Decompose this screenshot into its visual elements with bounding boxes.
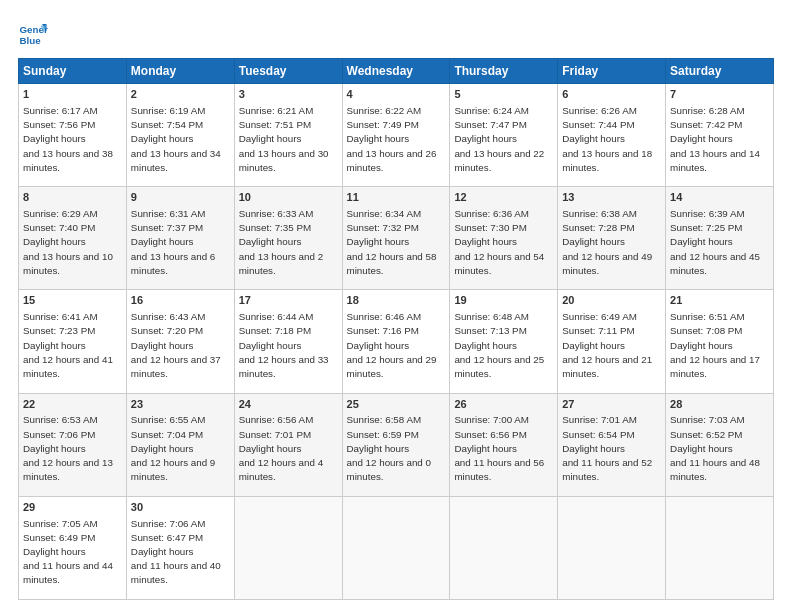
day-number: 9 — [131, 190, 230, 205]
calendar-cell — [666, 496, 774, 599]
calendar-cell: 27Sunrise: 7:01 AMSunset: 6:54 PMDayligh… — [558, 393, 666, 496]
calendar-cell: 8Sunrise: 6:29 AMSunset: 7:40 PMDaylight… — [19, 187, 127, 290]
logo: General Blue — [18, 18, 48, 48]
svg-text:Blue: Blue — [20, 35, 42, 46]
calendar-cell: 29Sunrise: 7:05 AMSunset: 6:49 PMDayligh… — [19, 496, 127, 599]
day-info: Sunrise: 7:03 AMSunset: 6:52 PMDaylight … — [670, 414, 760, 482]
day-number: 1 — [23, 87, 122, 102]
day-info: Sunrise: 6:43 AMSunset: 7:20 PMDaylight … — [131, 311, 221, 379]
day-info: Sunrise: 6:22 AMSunset: 7:49 PMDaylight … — [347, 105, 437, 173]
day-number: 27 — [562, 397, 661, 412]
day-number: 23 — [131, 397, 230, 412]
calendar-cell: 15Sunrise: 6:41 AMSunset: 7:23 PMDayligh… — [19, 290, 127, 393]
calendar-cell: 17Sunrise: 6:44 AMSunset: 7:18 PMDayligh… — [234, 290, 342, 393]
day-info: Sunrise: 6:33 AMSunset: 7:35 PMDaylight … — [239, 208, 323, 276]
calendar-week-row: 29Sunrise: 7:05 AMSunset: 6:49 PMDayligh… — [19, 496, 774, 599]
calendar-cell: 11Sunrise: 6:34 AMSunset: 7:32 PMDayligh… — [342, 187, 450, 290]
calendar-cell: 5Sunrise: 6:24 AMSunset: 7:47 PMDaylight… — [450, 84, 558, 187]
calendar-cell — [558, 496, 666, 599]
calendar-cell: 12Sunrise: 6:36 AMSunset: 7:30 PMDayligh… — [450, 187, 558, 290]
calendar-cell: 19Sunrise: 6:48 AMSunset: 7:13 PMDayligh… — [450, 290, 558, 393]
day-number: 7 — [670, 87, 769, 102]
weekday-header-wednesday: Wednesday — [342, 59, 450, 84]
calendar-cell: 21Sunrise: 6:51 AMSunset: 7:08 PMDayligh… — [666, 290, 774, 393]
header: General Blue — [18, 18, 774, 48]
day-number: 30 — [131, 500, 230, 515]
day-number: 11 — [347, 190, 446, 205]
day-number: 20 — [562, 293, 661, 308]
day-info: Sunrise: 6:49 AMSunset: 7:11 PMDaylight … — [562, 311, 652, 379]
day-info: Sunrise: 6:36 AMSunset: 7:30 PMDaylight … — [454, 208, 544, 276]
day-info: Sunrise: 6:44 AMSunset: 7:18 PMDaylight … — [239, 311, 329, 379]
day-number: 15 — [23, 293, 122, 308]
calendar-cell: 20Sunrise: 6:49 AMSunset: 7:11 PMDayligh… — [558, 290, 666, 393]
calendar-page: General Blue SundayMondayTuesdayWednesda… — [0, 0, 792, 612]
day-number: 22 — [23, 397, 122, 412]
weekday-header-tuesday: Tuesday — [234, 59, 342, 84]
day-number: 2 — [131, 87, 230, 102]
day-number: 6 — [562, 87, 661, 102]
calendar-cell: 28Sunrise: 7:03 AMSunset: 6:52 PMDayligh… — [666, 393, 774, 496]
calendar-table: SundayMondayTuesdayWednesdayThursdayFrid… — [18, 58, 774, 600]
day-info: Sunrise: 6:58 AMSunset: 6:59 PMDaylight … — [347, 414, 431, 482]
day-info: Sunrise: 6:48 AMSunset: 7:13 PMDaylight … — [454, 311, 544, 379]
calendar-cell: 13Sunrise: 6:38 AMSunset: 7:28 PMDayligh… — [558, 187, 666, 290]
day-info: Sunrise: 6:17 AMSunset: 7:56 PMDaylight … — [23, 105, 113, 173]
calendar-cell: 2Sunrise: 6:19 AMSunset: 7:54 PMDaylight… — [126, 84, 234, 187]
day-info: Sunrise: 6:51 AMSunset: 7:08 PMDaylight … — [670, 311, 760, 379]
calendar-week-row: 8Sunrise: 6:29 AMSunset: 7:40 PMDaylight… — [19, 187, 774, 290]
day-info: Sunrise: 6:46 AMSunset: 7:16 PMDaylight … — [347, 311, 437, 379]
weekday-header-friday: Friday — [558, 59, 666, 84]
day-number: 10 — [239, 190, 338, 205]
calendar-cell: 23Sunrise: 6:55 AMSunset: 7:04 PMDayligh… — [126, 393, 234, 496]
calendar-cell: 10Sunrise: 6:33 AMSunset: 7:35 PMDayligh… — [234, 187, 342, 290]
calendar-cell: 7Sunrise: 6:28 AMSunset: 7:42 PMDaylight… — [666, 84, 774, 187]
weekday-header-thursday: Thursday — [450, 59, 558, 84]
day-number: 29 — [23, 500, 122, 515]
calendar-cell: 4Sunrise: 6:22 AMSunset: 7:49 PMDaylight… — [342, 84, 450, 187]
day-number: 13 — [562, 190, 661, 205]
day-info: Sunrise: 6:26 AMSunset: 7:44 PMDaylight … — [562, 105, 652, 173]
day-info: Sunrise: 6:34 AMSunset: 7:32 PMDaylight … — [347, 208, 437, 276]
weekday-header-sunday: Sunday — [19, 59, 127, 84]
day-info: Sunrise: 6:29 AMSunset: 7:40 PMDaylight … — [23, 208, 113, 276]
weekday-header-row: SundayMondayTuesdayWednesdayThursdayFrid… — [19, 59, 774, 84]
day-number: 14 — [670, 190, 769, 205]
calendar-cell: 1Sunrise: 6:17 AMSunset: 7:56 PMDaylight… — [19, 84, 127, 187]
calendar-week-row: 1Sunrise: 6:17 AMSunset: 7:56 PMDaylight… — [19, 84, 774, 187]
day-number: 12 — [454, 190, 553, 205]
day-number: 25 — [347, 397, 446, 412]
day-number: 21 — [670, 293, 769, 308]
calendar-cell — [234, 496, 342, 599]
day-number: 19 — [454, 293, 553, 308]
day-info: Sunrise: 6:55 AMSunset: 7:04 PMDaylight … — [131, 414, 215, 482]
day-number: 3 — [239, 87, 338, 102]
day-info: Sunrise: 6:28 AMSunset: 7:42 PMDaylight … — [670, 105, 760, 173]
calendar-cell: 16Sunrise: 6:43 AMSunset: 7:20 PMDayligh… — [126, 290, 234, 393]
calendar-cell: 18Sunrise: 6:46 AMSunset: 7:16 PMDayligh… — [342, 290, 450, 393]
day-info: Sunrise: 7:05 AMSunset: 6:49 PMDaylight … — [23, 518, 113, 586]
calendar-cell: 3Sunrise: 6:21 AMSunset: 7:51 PMDaylight… — [234, 84, 342, 187]
calendar-cell: 30Sunrise: 7:06 AMSunset: 6:47 PMDayligh… — [126, 496, 234, 599]
weekday-header-saturday: Saturday — [666, 59, 774, 84]
day-number: 16 — [131, 293, 230, 308]
calendar-cell: 25Sunrise: 6:58 AMSunset: 6:59 PMDayligh… — [342, 393, 450, 496]
day-number: 4 — [347, 87, 446, 102]
calendar-cell — [450, 496, 558, 599]
calendar-cell: 22Sunrise: 6:53 AMSunset: 7:06 PMDayligh… — [19, 393, 127, 496]
day-number: 5 — [454, 87, 553, 102]
day-info: Sunrise: 6:24 AMSunset: 7:47 PMDaylight … — [454, 105, 544, 173]
day-info: Sunrise: 6:39 AMSunset: 7:25 PMDaylight … — [670, 208, 760, 276]
calendar-week-row: 15Sunrise: 6:41 AMSunset: 7:23 PMDayligh… — [19, 290, 774, 393]
day-number: 24 — [239, 397, 338, 412]
day-number: 26 — [454, 397, 553, 412]
calendar-cell: 6Sunrise: 6:26 AMSunset: 7:44 PMDaylight… — [558, 84, 666, 187]
calendar-cell: 14Sunrise: 6:39 AMSunset: 7:25 PMDayligh… — [666, 187, 774, 290]
day-info: Sunrise: 6:41 AMSunset: 7:23 PMDaylight … — [23, 311, 113, 379]
day-number: 18 — [347, 293, 446, 308]
logo-icon: General Blue — [18, 18, 48, 48]
day-info: Sunrise: 7:06 AMSunset: 6:47 PMDaylight … — [131, 518, 221, 586]
calendar-cell: 9Sunrise: 6:31 AMSunset: 7:37 PMDaylight… — [126, 187, 234, 290]
day-info: Sunrise: 6:31 AMSunset: 7:37 PMDaylight … — [131, 208, 215, 276]
day-info: Sunrise: 7:00 AMSunset: 6:56 PMDaylight … — [454, 414, 544, 482]
